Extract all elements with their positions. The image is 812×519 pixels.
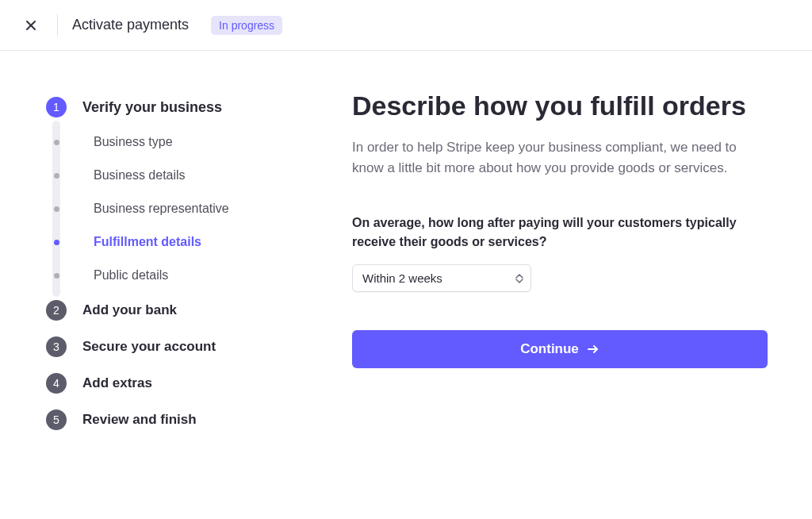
main-panel: Describe how you fulfill orders In order… (352, 89, 768, 438)
step-number-2: 2 (46, 300, 67, 321)
fulfillment-time-select[interactable]: Within 2 weeks (352, 264, 531, 292)
main-heading: Describe how you fulfill orders (352, 89, 768, 123)
substep-business-type[interactable]: Business type (44, 125, 282, 159)
substep-label: Fulfillment details (94, 235, 201, 249)
step-label: Review and finish (82, 412, 197, 428)
substep-dot (54, 273, 59, 279)
step-label: Add your bank (82, 302, 177, 318)
field-label-fulfillment-time: On average, how long after paying will y… (352, 213, 768, 252)
close-button[interactable] (19, 13, 43, 37)
substep-public-details[interactable]: Public details (44, 259, 282, 292)
continue-label: Continue (520, 341, 579, 357)
main-lead-text: In order to help Stripe keep your busine… (352, 137, 768, 179)
step-number-1: 1 (46, 97, 67, 117)
page-title: Activate payments (72, 17, 189, 33)
header-divider (57, 14, 58, 37)
substep-dot (54, 140, 59, 145)
nav-step-secure-account[interactable]: 3 Secure your account (44, 329, 282, 365)
continue-button[interactable]: Continue (352, 330, 768, 368)
nav-step-review-finish[interactable]: 5 Review and finish (44, 402, 282, 438)
step-label: Secure your account (82, 339, 216, 355)
substep-fulfillment-details[interactable]: Fulfillment details (44, 225, 282, 259)
step-label: Verify your business (82, 99, 222, 116)
step-label: Add extras (82, 375, 152, 391)
substep-business-representative[interactable]: Business representative (44, 192, 282, 225)
substep-list: Business type Business details Business … (44, 125, 282, 292)
step-number-5: 5 (46, 409, 67, 430)
content-area: 1 Verify your business Business type Bus… (0, 51, 812, 438)
close-icon (25, 19, 37, 32)
substep-dot (54, 173, 59, 179)
substep-label: Public details (94, 268, 168, 283)
step-number-4: 4 (46, 373, 67, 394)
nav-step-add-extras[interactable]: 4 Add extras (44, 365, 282, 402)
substep-label: Business representative (94, 202, 229, 216)
step-number-3: 3 (46, 336, 67, 357)
substep-label: Business type (94, 135, 173, 149)
arrow-right-icon (587, 343, 599, 356)
header: Activate payments In progress (0, 0, 812, 51)
substep-business-details[interactable]: Business details (44, 159, 282, 192)
substep-label: Business details (94, 168, 186, 183)
nav-step-verify-business[interactable]: 1 Verify your business (44, 89, 282, 125)
substep-dot (54, 206, 59, 212)
status-badge: In progress (211, 16, 282, 35)
nav-step-add-bank[interactable]: 2 Add your bank (44, 292, 282, 329)
substep-dot (54, 240, 59, 245)
select-value: Within 2 weeks (362, 271, 442, 285)
onboarding-nav: 1 Verify your business Business type Bus… (44, 89, 282, 438)
